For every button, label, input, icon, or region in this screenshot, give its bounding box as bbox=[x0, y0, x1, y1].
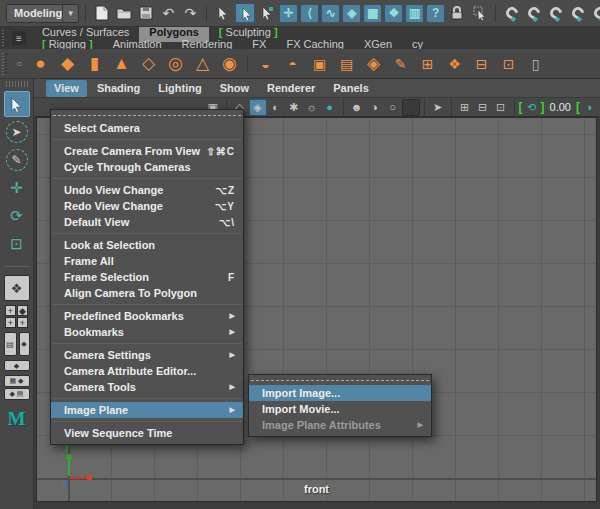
xray-display-icon[interactable]: ◑ bbox=[366, 99, 384, 116]
shelf-tab-rigging[interactable]: [ Rigging ] bbox=[32, 35, 103, 49]
exposure-box-icon[interactable] bbox=[402, 99, 420, 116]
paint-select-tool[interactable]: ✎ bbox=[4, 147, 30, 173]
undo-icon[interactable]: ↶ bbox=[158, 3, 178, 23]
layout-persp-outliner-button[interactable]: ▤ ◆ bbox=[4, 332, 30, 356]
isolate-select-icon[interactable]: ➤ bbox=[429, 99, 447, 116]
occlusion-toggle-icon[interactable]: ○ bbox=[384, 99, 402, 116]
panel-menu-renderer[interactable]: Renderer bbox=[259, 80, 323, 97]
panel-menu-panels[interactable]: Panels bbox=[325, 80, 376, 97]
subdiv-proxy-icon[interactable]: ◓ bbox=[279, 51, 306, 77]
tear-off-handle[interactable] bbox=[53, 115, 241, 116]
layout-pane-3-icon[interactable]: ⊡ bbox=[492, 99, 510, 116]
poly-cylinder-icon[interactable]: ▮ bbox=[81, 51, 108, 77]
use-all-lights-icon[interactable]: ☼ bbox=[303, 99, 321, 116]
snap-to-grids-icon[interactable]: ✛ bbox=[279, 4, 298, 23]
save-scene-icon[interactable] bbox=[136, 3, 156, 23]
new-scene-icon[interactable] bbox=[92, 3, 112, 23]
snap-together-icon[interactable]: ▥ bbox=[405, 4, 424, 23]
construction-history-icon[interactable] bbox=[504, 5, 521, 22]
menu-item-view-sequence-time[interactable]: View Sequence Time bbox=[51, 425, 243, 441]
shelf-tab-animation[interactable]: Animation bbox=[103, 35, 172, 49]
layout-single-pane-button[interactable]: ❖ bbox=[4, 275, 30, 301]
poly-torus-icon[interactable]: ◎ bbox=[162, 51, 189, 77]
move-tool[interactable]: ✛ bbox=[4, 175, 30, 201]
drag-handle[interactable] bbox=[6, 81, 28, 87]
shelf-tab-fx-caching[interactable]: FX Caching bbox=[276, 35, 353, 49]
layout-pane-1-icon[interactable]: ⊞ bbox=[456, 99, 474, 116]
textured-display-icon[interactable]: ◐ bbox=[267, 99, 285, 116]
menu-item-select-camera[interactable]: Select Camera bbox=[51, 120, 243, 136]
drag-handle[interactable] bbox=[2, 53, 9, 75]
open-scene-icon[interactable] bbox=[114, 3, 134, 23]
menu-item-create-camera-from-view[interactable]: Create Camera From View⇧⌘C bbox=[51, 143, 243, 159]
multi-cut-icon[interactable]: ✎ bbox=[387, 51, 414, 77]
menu-item-bookmarks[interactable]: Bookmarks▶ bbox=[51, 324, 243, 340]
menu-item-camera-attribute-editor[interactable]: Camera Attribute Editor... bbox=[51, 363, 243, 379]
tear-off-handle[interactable] bbox=[251, 380, 429, 381]
smooth-mesh-icon[interactable]: ◒ bbox=[252, 51, 279, 77]
separate-icon[interactable]: ▤ bbox=[333, 51, 360, 77]
combine-icon[interactable]: ▣ bbox=[306, 51, 333, 77]
scale-tool[interactable]: ⊡ bbox=[4, 231, 30, 257]
rotate-tool[interactable]: ⟳ bbox=[4, 203, 30, 229]
frame-rate-icon[interactable]: ⟲ bbox=[523, 99, 541, 116]
layout-four-view-button[interactable]: +◆++ bbox=[5, 305, 28, 328]
extrude-icon[interactable]: ⊞ bbox=[414, 51, 441, 77]
mirror-icon[interactable]: ⊡ bbox=[495, 51, 522, 77]
menu-item-default-view[interactable]: Default View⌥\ bbox=[51, 214, 243, 230]
construction-history-icon[interactable] bbox=[570, 5, 587, 22]
shelf-menu-icon[interactable]: ≡ bbox=[12, 31, 26, 45]
poly-plane-icon[interactable]: ◇ bbox=[135, 51, 162, 77]
poly-pyramid-icon[interactable]: △ bbox=[189, 51, 216, 77]
menu-item-redo-view-change[interactable]: Redo View Change⌥Y bbox=[51, 198, 243, 214]
menu-item-camera-tools[interactable]: Camera Tools▶ bbox=[51, 379, 243, 395]
menu-set-dropdown[interactable]: Modeling ▼ bbox=[6, 4, 79, 23]
poly-cube-icon[interactable]: ◆ bbox=[54, 51, 81, 77]
poly-sphere-icon[interactable]: ● bbox=[27, 51, 54, 77]
select-object-icon[interactable] bbox=[235, 3, 255, 23]
menu-item-undo-view-change[interactable]: Undo View Change⌥Z bbox=[51, 182, 243, 198]
menu-item-camera-settings[interactable]: Camera Settings▶ bbox=[51, 347, 243, 363]
default-material-icon[interactable]: ☻ bbox=[348, 99, 366, 116]
construction-history-icon[interactable] bbox=[526, 5, 543, 22]
snap-to-view-planes-icon[interactable]: ▦ bbox=[363, 4, 382, 23]
menu-item-predefined-bookmarks[interactable]: Predefined Bookmarks▶ bbox=[51, 308, 243, 324]
highlight-selection-icon[interactable] bbox=[469, 3, 489, 23]
panel-menu-show[interactable]: Show bbox=[212, 80, 257, 97]
poly-cone-icon[interactable]: ▲ bbox=[108, 51, 135, 77]
menu-item-image-plane[interactable]: Image Plane▶ bbox=[51, 402, 243, 418]
menu-item-frame-selection[interactable]: Frame SelectionF bbox=[51, 269, 243, 285]
shaded-display-icon[interactable]: ◈ bbox=[249, 99, 267, 116]
menu-item-frame-all[interactable]: Frame All bbox=[51, 253, 243, 269]
help-context-icon[interactable]: ? bbox=[426, 4, 445, 23]
bevel-icon[interactable]: ⊟ bbox=[468, 51, 495, 77]
layout-hypershade-button[interactable]: ▦ ◆ ◆ ▤ bbox=[4, 375, 30, 400]
shelf-tab-fx[interactable]: FX bbox=[242, 35, 276, 49]
drag-handle[interactable] bbox=[2, 30, 8, 46]
exposure-icon[interactable]: ◑ bbox=[580, 99, 598, 116]
menu-item-cycle-through-cameras[interactable]: Cycle Through Cameras bbox=[51, 159, 243, 175]
select-hierarchy-icon[interactable] bbox=[213, 3, 233, 23]
poly-pipe-icon[interactable]: ◉ bbox=[216, 51, 243, 77]
shelf-tab-rendering[interactable]: Rendering bbox=[172, 35, 243, 49]
construction-history-icon[interactable] bbox=[548, 5, 565, 22]
shelf-options-icon[interactable]: ○ bbox=[11, 58, 27, 69]
layout-persp-graph-button[interactable]: ◆ bbox=[4, 360, 30, 371]
shelf-tab-xgen[interactable]: XGen bbox=[354, 35, 402, 49]
shadows-toggle-icon[interactable]: ● bbox=[321, 99, 339, 116]
snap-to-curves-icon[interactable]: ⟨ bbox=[300, 4, 319, 23]
wireframe-on-shaded-icon[interactable]: ✱ bbox=[285, 99, 303, 116]
panel-menu-view[interactable]: View bbox=[46, 80, 87, 97]
snap-to-projected-center-icon[interactable]: ◈ bbox=[342, 4, 361, 23]
make-live-icon[interactable]: ❖ bbox=[384, 4, 403, 23]
layout-pane-2-icon[interactable]: ⊟ bbox=[474, 99, 492, 116]
menu-item-import-image[interactable]: Import Image... bbox=[249, 385, 431, 401]
menu-item-import-movie[interactable]: Import Movie... bbox=[249, 401, 431, 417]
redo-icon[interactable]: ↷ bbox=[180, 3, 200, 23]
menu-item-look-at-selection[interactable]: Look at Selection bbox=[51, 237, 243, 253]
boolean-icon[interactable]: ◈ bbox=[360, 51, 387, 77]
menu-item-align-camera-to-polygon[interactable]: Align Camera To Polygon bbox=[51, 285, 243, 301]
shelf-tab-cy[interactable]: cy bbox=[402, 35, 433, 49]
chevron-down-icon[interactable]: ▼ bbox=[62, 5, 78, 22]
bridge-icon[interactable]: ❖ bbox=[441, 51, 468, 77]
